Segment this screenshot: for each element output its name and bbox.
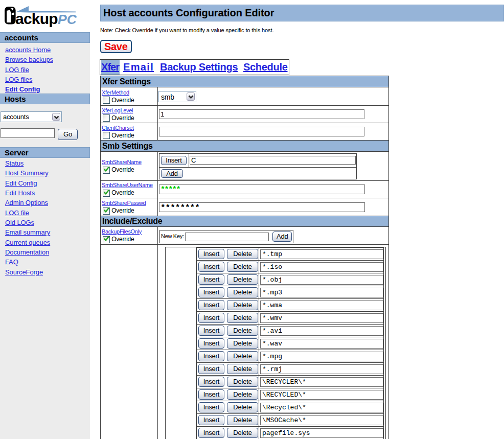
- svg-text:PC: PC: [58, 12, 77, 27]
- svg-text:ackup: ackup: [15, 10, 58, 27]
